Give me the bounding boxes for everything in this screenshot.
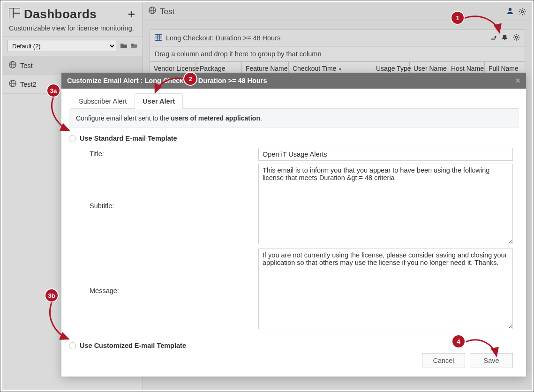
add-dashboard-button[interactable]: + <box>126 7 137 22</box>
globe-icon <box>9 61 16 70</box>
page-title: Test <box>160 7 174 16</box>
cancel-button[interactable]: Cancel <box>422 353 465 368</box>
tab-user-alert[interactable]: User Alert <box>135 93 183 109</box>
sidebar-item-label: Test2 <box>20 81 37 88</box>
annotation-badge-4: 4 <box>452 335 465 347</box>
widget-panel: Long Checkout: Duration >= 48 Hours Drag… <box>150 30 525 75</box>
annotation-badge-3a: 3a <box>47 84 60 97</box>
dashboard-icon <box>9 7 20 22</box>
label-message: Message: <box>90 285 258 294</box>
tab-subscriber-alert[interactable]: Subscriber Alert <box>71 93 135 109</box>
radio-icon <box>69 135 76 142</box>
radio-icon <box>69 342 76 349</box>
annotation-badge-2: 2 <box>184 73 196 85</box>
modal-title: Customize Email Alert : Long Checkout: D… <box>67 77 267 84</box>
svg-line-21 <box>520 13 521 14</box>
radio-custom-template[interactable]: Use Customized E-mail Template <box>69 342 519 349</box>
wrench-icon[interactable] <box>489 34 496 42</box>
user-icon[interactable] <box>506 7 514 16</box>
svg-line-36 <box>514 39 515 40</box>
globe-icon <box>149 7 156 16</box>
customize-email-alert-modal: Customize Email Alert : Long Checkout: D… <box>61 73 526 377</box>
title-input[interactable] <box>258 148 513 161</box>
sort-caret-icon: ▾ <box>339 67 341 72</box>
dashboards-title-text: Dashboards <box>24 7 97 22</box>
folder-closed-icon[interactable] <box>120 42 128 50</box>
gear-icon[interactable] <box>519 8 526 15</box>
svg-point-13 <box>521 10 524 13</box>
radio-standard-template[interactable]: Use Standard E-mail Template <box>69 135 519 142</box>
svg-rect-22 <box>155 34 162 40</box>
label-title: Title: <box>90 148 258 158</box>
annotation-badge-1: 1 <box>451 12 464 24</box>
dashboard-group-select[interactable]: Default (2) <box>7 40 116 52</box>
label-subtitle: Subtitle: <box>90 200 258 210</box>
svg-line-35 <box>518 35 519 36</box>
svg-line-19 <box>524 13 525 14</box>
svg-line-20 <box>524 9 525 10</box>
dashboards-heading: Dashboards <box>9 7 97 22</box>
message-textarea[interactable] <box>258 249 513 329</box>
svg-line-34 <box>518 39 519 40</box>
table-icon <box>155 34 162 42</box>
svg-line-18 <box>520 9 521 10</box>
subtitle-textarea[interactable] <box>258 164 513 244</box>
panel-title-text: Long Checkout: Duration >= 48 Hours <box>166 34 280 42</box>
annotation-badge-3b: 3b <box>45 289 58 302</box>
save-button[interactable]: Save <box>470 353 513 368</box>
globe-icon <box>9 80 16 89</box>
svg-point-12 <box>509 8 511 11</box>
dashboards-subtitle: Customizable view for license monitoring… <box>2 24 143 37</box>
gear-icon[interactable] <box>513 34 520 42</box>
close-icon[interactable]: × <box>515 76 520 85</box>
tab-info-text: Configure email alert sent to the users … <box>69 109 519 128</box>
sidebar-item-test[interactable]: Test <box>2 56 143 75</box>
sidebar-item-label: Test <box>20 62 33 69</box>
svg-point-28 <box>515 36 517 38</box>
grouping-drop-zone[interactable]: Drag a column and drop it here to group … <box>150 46 525 62</box>
folder-open-icon[interactable] <box>130 42 138 50</box>
svg-line-33 <box>514 35 515 36</box>
app-frame: Dashboards + Customizable view for licen… <box>0 0 534 392</box>
bell-icon[interactable] <box>501 34 508 42</box>
svg-point-27 <box>504 39 505 40</box>
